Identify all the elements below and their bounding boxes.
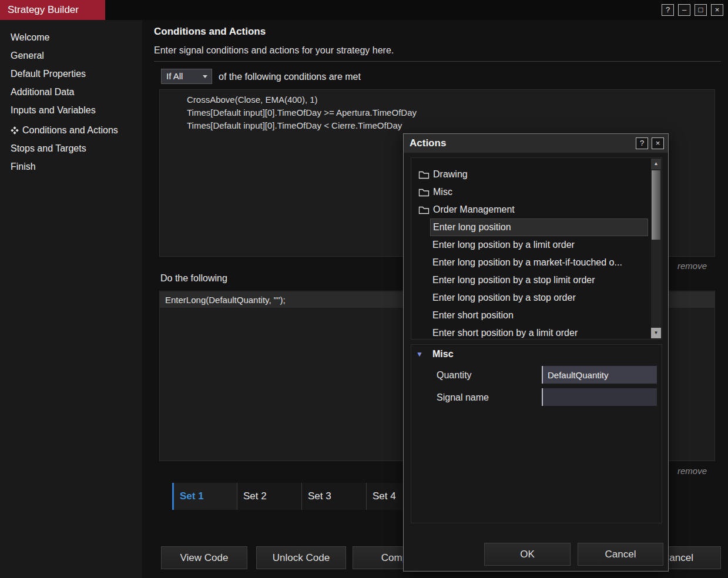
sidebar-item-label: Conditions and Actions bbox=[22, 125, 118, 135]
tree-folder-misc[interactable]: Misc bbox=[411, 183, 662, 201]
tree-item-enter-long-stop[interactable]: Enter long position by a stop order bbox=[430, 289, 648, 307]
dialog-close-button[interactable]: × bbox=[652, 137, 664, 149]
sidebar-item-additional-data[interactable]: Additional Data bbox=[0, 83, 142, 101]
tree-item-enter-long-stop-limit[interactable]: Enter long position by a stop limit orde… bbox=[430, 271, 648, 289]
folder-icon bbox=[418, 188, 430, 197]
tab-set-2[interactable]: Set 2 bbox=[237, 483, 301, 510]
current-step-diamond-icon bbox=[11, 122, 19, 140]
condition-match-select[interactable]: If All bbox=[161, 69, 212, 84]
folder-icon bbox=[418, 170, 430, 179]
misc-section: ▼ Misc Quantity Signal name bbox=[411, 344, 662, 523]
sidebar-item-stops-and-targets[interactable]: Stops and Targets bbox=[0, 139, 142, 157]
tree-item-enter-long-limit[interactable]: Enter long position by a limit order bbox=[430, 236, 648, 254]
condition-line[interactable]: Times[Default input][0].TimeOfDay >= Ape… bbox=[187, 106, 714, 119]
sidebar-item-welcome[interactable]: Welcome bbox=[0, 28, 142, 46]
help-button[interactable]: ? bbox=[662, 4, 674, 16]
remove-condition-link[interactable]: remove bbox=[677, 261, 707, 271]
tree-scrollbar[interactable]: ▲ ▼ bbox=[651, 159, 661, 338]
tree-folder-label: Drawing bbox=[433, 169, 468, 180]
condition-line[interactable]: CrossAbove(Close, EMA(400), 1) bbox=[187, 93, 714, 106]
actions-dialog: Actions ? × Drawing Misc Order Managemen… bbox=[403, 133, 669, 572]
tree-item-enter-short-position[interactable]: Enter short position bbox=[430, 307, 648, 324]
tab-set-1[interactable]: Set 1 bbox=[172, 483, 237, 510]
condition-match-suffix: of the following conditions are met bbox=[219, 72, 361, 82]
tab-set-3[interactable]: Set 3 bbox=[301, 483, 366, 510]
set-tabs: Set 1 Set 2 Set 3 Set 4 bbox=[172, 483, 431, 510]
tree-item-enter-long-mit[interactable]: Enter long position by a market-if-touch… bbox=[430, 254, 648, 271]
sidebar-item-inputs-and-variables[interactable]: Inputs and Variables bbox=[0, 101, 142, 119]
dialog-cancel-button[interactable]: Cancel bbox=[578, 543, 663, 566]
actions-tree[interactable]: Drawing Misc Order Management Enter long… bbox=[411, 157, 662, 340]
titlebar: Strategy Builder ? – □ × bbox=[0, 0, 728, 20]
collapse-triangle-icon[interactable]: ▼ bbox=[416, 350, 423, 358]
page-title: Conditions and Actions bbox=[154, 26, 266, 38]
maximize-button[interactable]: □ bbox=[695, 4, 707, 16]
tree-item-enter-long-position[interactable]: Enter long position bbox=[430, 219, 648, 236]
strategy-builder-window: Strategy Builder ? – □ × Welcome General… bbox=[0, 0, 728, 578]
dialog-title: Actions bbox=[410, 134, 446, 153]
window-controls: ? – □ × bbox=[662, 4, 723, 16]
window-title: Strategy Builder bbox=[0, 0, 105, 20]
scroll-up-icon[interactable]: ▲ bbox=[651, 159, 661, 169]
minimize-button[interactable]: – bbox=[678, 4, 690, 16]
tree-folder-order-management[interactable]: Order Management bbox=[411, 201, 662, 219]
sidebar-item-general[interactable]: General bbox=[0, 46, 142, 65]
sidebar-item-default-properties[interactable]: Default Properties bbox=[0, 65, 142, 83]
close-button[interactable]: × bbox=[711, 4, 723, 16]
tree-item-enter-short-limit[interactable]: Enter short position by a limit order bbox=[430, 324, 648, 340]
condition-match-value: If All bbox=[166, 69, 183, 83]
dialog-help-button[interactable]: ? bbox=[636, 137, 648, 149]
tree-folder-label: Misc bbox=[433, 187, 452, 197]
tree-folder-label: Order Management bbox=[433, 204, 515, 215]
condition-line[interactable]: Times[Default input][0].TimeOfDay < Cier… bbox=[187, 119, 714, 132]
sidebar-item-conditions-and-actions[interactable]: Conditions and Actions bbox=[0, 121, 142, 139]
header-divider bbox=[154, 61, 721, 62]
chevron-down-icon bbox=[203, 75, 207, 78]
sidebar: Welcome General Default Properties Addit… bbox=[0, 20, 142, 578]
dialog-titlebar: Actions ? × bbox=[404, 134, 668, 153]
do-the-following-label: Do the following bbox=[160, 273, 227, 284]
unlock-code-button[interactable]: Unlock Code bbox=[256, 546, 346, 569]
remove-action-link[interactable]: remove bbox=[677, 466, 707, 476]
scrollbar-thumb[interactable] bbox=[652, 170, 660, 240]
folder-icon bbox=[418, 206, 430, 214]
page-subtitle: Enter signal conditions and actions for … bbox=[154, 45, 394, 56]
signal-name-label: Signal name bbox=[437, 392, 489, 403]
sidebar-item-finish[interactable]: Finish bbox=[0, 157, 142, 176]
quantity-field[interactable] bbox=[542, 366, 657, 384]
misc-section-title: Misc bbox=[432, 349, 454, 359]
view-code-button[interactable]: View Code bbox=[161, 546, 247, 569]
ok-button[interactable]: OK bbox=[484, 543, 571, 566]
scroll-down-icon[interactable]: ▼ bbox=[651, 328, 661, 338]
tree-folder-drawing[interactable]: Drawing bbox=[411, 166, 662, 183]
quantity-label: Quantity bbox=[437, 370, 472, 381]
dialog-controls: ? × bbox=[636, 137, 664, 149]
signal-name-field[interactable] bbox=[542, 388, 657, 406]
